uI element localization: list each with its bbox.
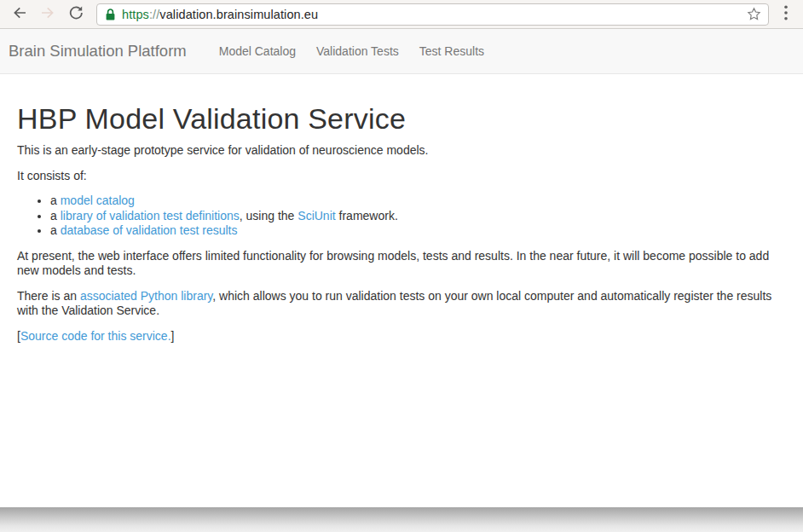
url-text: https://validation.brainsimulation.eu [122,8,744,21]
intro-paragraph: This is an early-stage prototype service… [17,143,786,159]
navbar-brand[interactable]: Brain Simulation Platform [9,42,187,61]
list-item-test-definitions: a library of validation test definitions… [50,209,786,224]
reload-icon [67,4,84,24]
reload-button[interactable] [65,3,87,26]
sciunit-link[interactable]: SciUnit [298,209,335,223]
source-code-line: [Source code for this service.] [17,329,786,344]
back-arrow-icon [11,4,28,24]
present-paragraph: At present, the web interface offers lim… [17,249,786,279]
url-scheme: https [122,8,149,21]
nav-item-validation-tests[interactable]: Validation Tests [306,44,409,58]
python-library-link[interactable]: associated Python library [80,289,212,303]
list-item-text: , using the [240,209,298,223]
bookmark-star-icon[interactable] [744,5,763,24]
model-catalog-link[interactable]: model catalog [61,194,135,207]
python-library-paragraph: There is an associated Python library, w… [17,289,786,319]
feature-list: a model catalog a library of validation … [17,194,786,239]
page-content: HBP Model Validation Service This is an … [0,74,803,507]
address-bar[interactable]: https://validation.brainsimulation.eu [96,3,769,26]
overflow-menu-icon [784,5,788,24]
nav-item-test-results[interactable]: Test Results [409,44,494,58]
source-code-link[interactable]: Source code for this service. [20,329,171,343]
forward-arrow-icon [39,4,56,24]
list-item-text: a [50,209,61,223]
window-shadow [0,507,803,532]
test-definitions-link[interactable]: library of validation test definitions [61,209,240,223]
back-button[interactable] [9,3,31,26]
browser-menu-button[interactable] [777,4,794,25]
forward-button[interactable] [37,3,59,26]
list-item-model-catalog: a model catalog [50,194,786,209]
url-separator: :// [149,8,159,21]
list-item-text: a [50,194,61,207]
consists-label: It consists of: [17,169,786,184]
list-item-text: a [50,223,61,237]
site-navbar: Brain Simulation Platform Model Catalog … [0,29,803,74]
nav-item-model-catalog[interactable]: Model Catalog [209,44,306,58]
browser-window: https://validation.brainsimulation.eu Br… [0,0,803,532]
browser-toolbar: https://validation.brainsimulation.eu [0,0,803,29]
paragraph-text: There is an [17,289,80,303]
url-host: validation.brainsimulation.eu [159,8,318,21]
list-item-test-results: a database of validation test results [50,223,786,239]
page-title: HBP Model Validation Service [17,101,786,136]
list-item-text: framework. [336,209,398,223]
bracket-text: ] [171,329,175,343]
secure-lock-icon [105,8,116,21]
test-results-link[interactable]: database of validation test results [61,223,238,237]
